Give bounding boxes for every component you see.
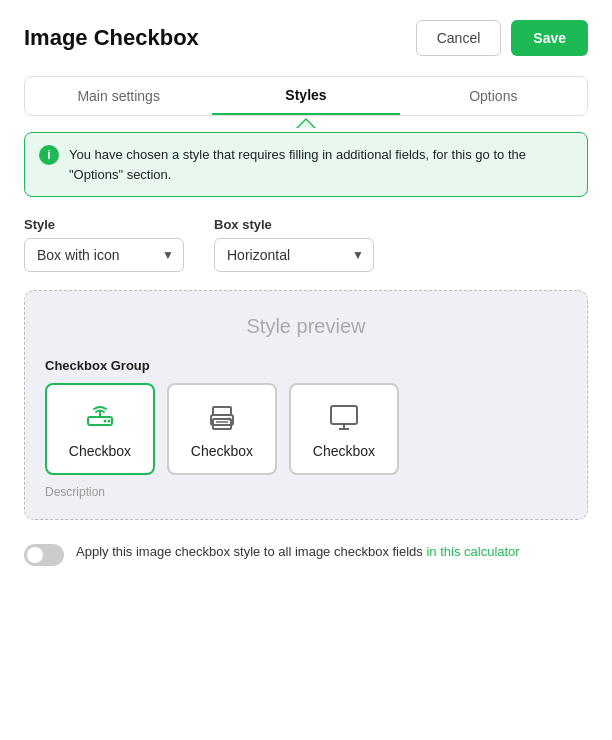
toggle-switch[interactable] [24, 544, 64, 566]
tabs-container: Main settings Styles Options [24, 76, 588, 116]
save-button[interactable]: Save [511, 20, 588, 56]
cancel-button[interactable]: Cancel [416, 20, 502, 56]
svg-rect-10 [331, 406, 357, 424]
box-style-select[interactable]: Horizontal Vertical Grid [214, 238, 374, 272]
style-select[interactable]: Box with icon Simple Image Box [24, 238, 184, 272]
box-style-select-wrapper: Horizontal Vertical Grid ▼ [214, 238, 374, 272]
style-label: Style [24, 217, 184, 232]
info-text: You have chosen a style that requires fi… [69, 145, 573, 184]
router-icon [82, 399, 118, 435]
svg-point-1 [108, 420, 111, 423]
svg-rect-4 [213, 407, 231, 415]
printer-icon [204, 399, 240, 435]
checkbox-group-label: Checkbox Group [45, 358, 567, 373]
fields-row: Style Box with icon Simple Image Box ▼ B… [24, 217, 588, 272]
box-style-label: Box style [214, 217, 374, 232]
toggle-label: Apply this image checkbox style to all i… [76, 542, 520, 562]
svg-point-9 [228, 418, 231, 421]
tooltip-arrow [296, 118, 316, 128]
info-icon: i [39, 145, 59, 165]
tab-options[interactable]: Options [400, 77, 587, 115]
tab-styles[interactable]: Styles [212, 77, 399, 115]
checkbox-items: Checkbox Checkbox [45, 383, 567, 475]
page-title: Image Checkbox [24, 25, 199, 51]
info-banner: i You have chosen a style that requires … [24, 132, 588, 197]
style-field-group: Style Box with icon Simple Image Box ▼ [24, 217, 184, 272]
checkbox-item-label: Checkbox [69, 443, 131, 459]
checkbox-item-label: Checkbox [191, 443, 253, 459]
preview-title: Style preview [45, 315, 567, 338]
page-header: Image Checkbox Cancel Save [24, 20, 588, 56]
header-actions: Cancel Save [416, 20, 588, 56]
svg-point-2 [104, 420, 107, 423]
preview-area: Style preview Checkbox Group Checkbox [24, 290, 588, 520]
checkbox-item-label: Checkbox [313, 443, 375, 459]
box-style-field-group: Box style Horizontal Vertical Grid ▼ [214, 217, 374, 272]
tab-main-settings[interactable]: Main settings [25, 77, 212, 115]
preview-description: Description [45, 485, 567, 499]
tooltip-arrow-wrapper [24, 118, 588, 128]
checkbox-item[interactable]: Checkbox [167, 383, 277, 475]
monitor-icon [326, 399, 362, 435]
checkbox-item[interactable]: Checkbox [45, 383, 155, 475]
toggle-slider [24, 544, 64, 566]
checkbox-item[interactable]: Checkbox [289, 383, 399, 475]
toggle-row: Apply this image checkbox style to all i… [24, 542, 588, 566]
style-select-wrapper: Box with icon Simple Image Box ▼ [24, 238, 184, 272]
